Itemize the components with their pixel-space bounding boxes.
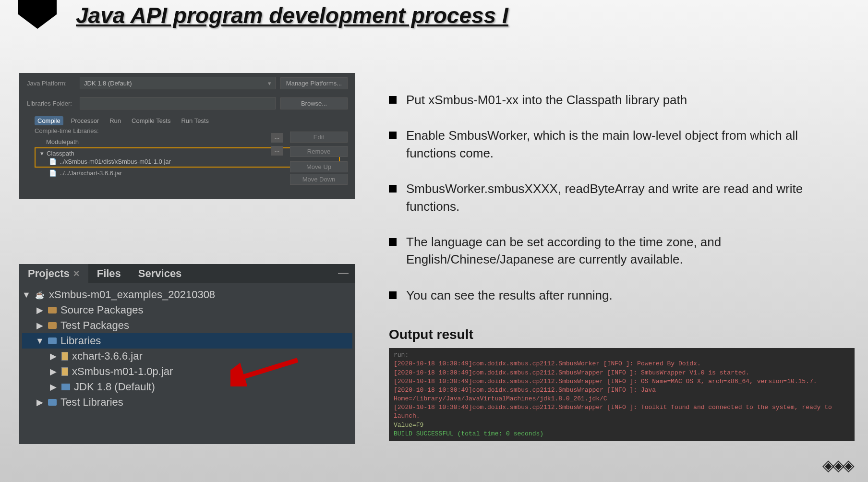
- chevron-right-icon: ▶: [49, 351, 58, 362]
- coffee-cup-icon: ☕: [35, 289, 45, 300]
- terminal-output: run: [2020-10-18 10:30:49]com.doidx.smbu…: [389, 348, 855, 441]
- package-icon: [48, 322, 57, 329]
- libfolder-label: Libraries Folder:: [27, 100, 75, 107]
- close-icon[interactable]: ×: [73, 267, 80, 280]
- bullet-1: Put xSmbus-M01-xx into the Classpath lib…: [406, 91, 831, 108]
- bullet-2: Enable SmbusWorker, which is the main lo…: [406, 127, 831, 162]
- terminal-line: [2020-10-18 10:30:49]com.doidx.smbus.cp2…: [394, 386, 850, 403]
- footer-logo-icon: ◈◈◈: [822, 456, 853, 474]
- tree-test-libraries[interactable]: ▶ Test Libraries: [22, 395, 352, 410]
- tree-test-packages[interactable]: ▶ Test Packages: [22, 318, 352, 333]
- tab-files[interactable]: Files: [88, 264, 130, 283]
- terminal-line: [2020-10-18 10:30:49]com.doidx.smbus.cp2…: [394, 360, 850, 368]
- chevron-down-icon: ▼: [36, 336, 44, 346]
- chevron-down-icon: ▾: [268, 80, 271, 87]
- tree-root[interactable]: ▼ ☕ xSmbus-m01_examples_20210308: [22, 287, 352, 302]
- platform-value: JDK 1.8 (Default): [84, 80, 132, 87]
- terminal-line: Value=F9: [394, 421, 850, 430]
- bullet-list: Put xSmbus-M01-xx into the Classpath lib…: [389, 91, 831, 304]
- jar-icon: 📄: [49, 169, 57, 177]
- browse-button[interactable]: Browse...: [280, 97, 348, 109]
- remove-button[interactable]: Remove: [290, 146, 348, 157]
- more-button[interactable]: ...: [271, 146, 283, 156]
- chevron-right-icon: ▶: [49, 366, 58, 377]
- tab-compile[interactable]: Compile: [35, 116, 63, 125]
- shield-icon: [18, 0, 57, 29]
- tab-projects[interactable]: Projects×: [19, 264, 88, 283]
- platform-label: Java Platform:: [27, 80, 75, 87]
- classpath-config-screenshot: Java Platform: JDK 1.8 (Default) ▾ Manag…: [19, 73, 355, 199]
- manage-platforms-button[interactable]: Manage Platforms...: [280, 77, 348, 89]
- chevron-down-icon: ▾: [40, 150, 44, 157]
- classpath-jar-item[interactable]: ../xSmbus-m01/dist/xSmbus-m01-1.0.jar: [60, 158, 171, 165]
- project-tree-screenshot: Projects× Files Services — ▼ ☕ xSmbus-m0…: [19, 264, 355, 444]
- terminal-line: [2020-10-18 10:30:49]com.doidx.smbus.cp2…: [394, 377, 850, 386]
- edit-button[interactable]: Edit: [290, 132, 348, 143]
- terminal-line: [2020-10-18 10:30:49]com.doidx.smbus.cp2…: [394, 369, 850, 377]
- library-icon: [48, 337, 57, 344]
- more-button[interactable]: ...: [271, 133, 283, 143]
- bullet-4: The language can be set according to the…: [406, 233, 831, 268]
- terminal-line: [2020-10-18 10:30:49]com.doidx.smbus.cp2…: [394, 403, 850, 421]
- terminal-line: BUILD SUCCESSFUL (total time: 0 seconds): [394, 430, 850, 438]
- bullet-icon: [389, 185, 397, 193]
- move-down-button[interactable]: Move Down: [290, 174, 348, 185]
- minimize-icon[interactable]: —: [331, 264, 355, 283]
- bullet-5: You can see the results after running.: [406, 287, 831, 304]
- tab-run[interactable]: Run: [107, 116, 124, 125]
- libfolder-input[interactable]: [80, 97, 276, 109]
- chevron-right-icon: ▶: [49, 382, 58, 392]
- library-icon: [48, 399, 57, 406]
- svg-line-0: [235, 360, 298, 379]
- bullet-icon: [389, 291, 397, 299]
- tree-jdk[interactable]: ▶ JDK 1.8 (Default): [22, 379, 352, 395]
- config-tabs: Compile Processor Run Compile Tests Run …: [19, 113, 355, 125]
- terminal-line: run:: [394, 351, 850, 360]
- tab-compile-tests[interactable]: Compile Tests: [129, 116, 173, 125]
- chevron-down-icon: ▼: [22, 290, 31, 300]
- classpath-label[interactable]: Classpath: [47, 150, 74, 157]
- platform-combo[interactable]: JDK 1.8 (Default) ▾: [80, 77, 276, 89]
- package-icon: [48, 307, 57, 313]
- bullet-icon: [389, 132, 397, 139]
- chevron-right-icon: ▶: [36, 397, 44, 408]
- xchart-jar-item[interactable]: ../../Jar/xchart-3.6.6.jar: [60, 169, 122, 177]
- chevron-right-icon: ▶: [36, 305, 44, 315]
- move-up-button[interactable]: Move Up: [290, 161, 348, 172]
- red-arrow-icon: [230, 358, 302, 386]
- tree-jar-xchart[interactable]: ▶ xchart-3.6.6.jar: [22, 349, 352, 364]
- jar-icon: [61, 367, 68, 376]
- tree-source-packages[interactable]: ▶ Source Packages: [22, 302, 352, 318]
- bullet-icon: [389, 238, 397, 246]
- tab-run-tests[interactable]: Run Tests: [178, 116, 212, 125]
- output-title: Output result: [389, 327, 831, 342]
- tab-services[interactable]: Services: [130, 264, 191, 283]
- chevron-right-icon: ▶: [36, 320, 44, 331]
- jdk-icon: [61, 384, 70, 390]
- bullet-icon: [389, 96, 397, 104]
- jar-icon: 📄: [49, 158, 57, 165]
- page-title: Java API program development process I: [76, 2, 508, 28]
- tree-jar-xsmbus[interactable]: ▶ xSmbus-m01-1.0p.jar: [22, 364, 352, 379]
- tab-processor[interactable]: Processor: [68, 116, 102, 125]
- jar-icon: [61, 352, 68, 361]
- bullet-3: SmbusWorker.smbusXXXX, readByteArray and…: [406, 180, 831, 215]
- tree-libraries[interactable]: ▼ Libraries: [22, 333, 352, 349]
